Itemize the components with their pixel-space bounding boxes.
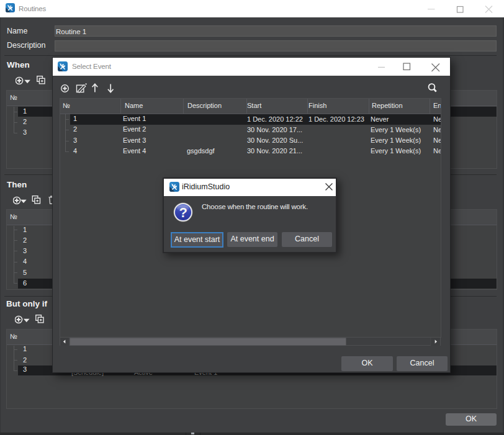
svg-text:?: ? bbox=[179, 205, 187, 220]
